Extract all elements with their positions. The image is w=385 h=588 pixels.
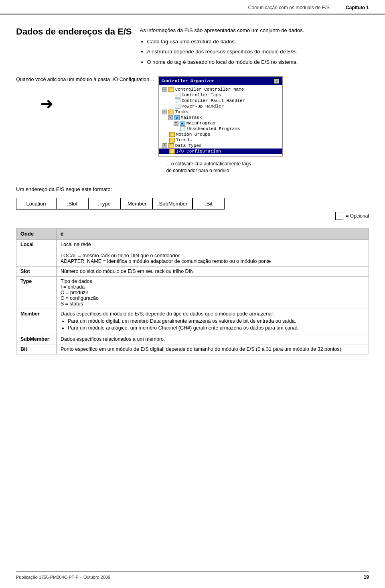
co-expand-icon: + [174,121,178,126]
co-window-title: Controller Organizer [162,79,215,83]
term-cell: Slot [16,266,57,276]
footer-page: 19 [364,574,369,580]
organizer-left-label: Quando você adiciona um módulo à pasta I… [16,76,158,112]
page-header: Comunicação com os módulos de E/S Capítu… [0,0,385,14]
table-row: SubMemberDados específicos relacionados … [16,334,369,344]
co-close-button[interactable]: ✕ [274,78,280,84]
main-content: Dados de endereços da E/S As informações… [0,14,385,370]
optional-label: = Opcional [346,213,369,219]
term-cell: Member [16,309,57,334]
table-col2: é [57,228,369,239]
controller-organizer-window: Controller Organizer ✕ – 📁 Controller Co… [158,76,283,157]
desc-line: I = entrada [61,284,365,290]
desc-cell: Local na redeLOCAL = mesmo rack ou trilh… [57,239,369,266]
addr-bit: .Bit [192,198,225,210]
desc-line: LOCAL = mesmo rack ou trilho DIN que o c… [61,253,365,258]
table-col1: Onde [16,228,57,239]
title-row: Dados de endereços da E/S As informações… [16,26,369,68]
list-item: Para um módulo digital, um membro Data g… [68,318,365,324]
desc-cell: Dados específicos relacionados a um memb… [57,334,369,344]
table-row: LocalLocal na redeLOCAL = mesmo rack ou … [16,239,369,266]
footer-publication: Publicação 1756-PM004C-PT-P – Outubro 20… [16,575,110,580]
optional-row: = Opcional [16,212,369,220]
term-cell: Type [16,276,57,309]
co-expand-icon: + [162,143,167,148]
intro-bullet-2: Cada tag usa uma estrutura de dados. [147,38,369,46]
desc-line: C = configuração [61,295,365,301]
doc-icon: 📄 [180,126,186,131]
task-icon: ⚙ [174,115,180,120]
table-row: SlotNúmero do slot do módulo de E/S em s… [16,266,369,276]
co-titlebar: Controller Organizer ✕ [159,77,282,85]
desc-cell: Tipo de dadosI = entradaO = produzirC = … [57,276,369,309]
co-item: 📄 Controller Fault Handler [159,98,282,104]
co-expand-icon: – [168,115,173,120]
intro-text: As informações da E/S são apresentadas c… [140,26,369,68]
desc-line: Dados específicos do módulo de E/S; depe… [61,311,365,317]
co-item: + ◼ MainProgram [159,120,282,126]
definition-table: Onde é LocalLocal na redeLOCAL = mesmo r… [16,228,369,354]
address-format-boxes: Location :Slot :Type .Member .SubMember … [16,198,369,210]
organizer-center: Controller Organizer ✕ – 📁 Controller Co… [158,76,369,174]
term-cell: SubMember [16,334,57,344]
addr-submember: .SubMember [152,198,192,210]
co-expand-icon: – [162,110,167,114]
term-cell: Local [16,239,57,266]
co-body: – 📁 Controller Controller_Name 📄 Control… [159,85,282,156]
co-item: + 📁 Data Types [159,143,282,149]
desc-line: O = produzir [61,290,365,295]
header-chapter: Capítulo 1 [346,5,369,10]
folder-icon: 📁 [169,138,175,142]
co-item: – 📁 Controller Controller_Name [159,87,282,92]
list-item: Para um módulo analógico, um membro Chan… [68,325,365,331]
intro-bullet-4: O nome do tag é baseado no local do módu… [147,58,369,66]
desc-cell: Número do slot do módulo de E/S em seu r… [57,266,369,276]
intro-sentence: As informações da E/S são apresentadas c… [140,27,304,33]
desc-line: S = status [61,301,365,307]
addr-slot: :Slot [56,198,88,210]
address-intro: Um endereço da E/S segue este formato: [16,186,369,192]
co-item-io-config: 📁 I/O Configuration [159,149,282,154]
address-section: Um endereço da E/S segue este formato: L… [16,186,369,220]
page-footer: Publicação 1756-PM004C-PT-P – Outubro 20… [16,572,369,580]
section-title: Dados de endereços da E/S [16,26,140,37]
table-row: MemberDados específicos do módulo de E/S… [16,309,369,334]
desc-line: ADAPTER_NAME = identifica o módulo adapt… [61,258,365,264]
folder-icon: 📁 [168,143,174,148]
optional-box [335,212,343,220]
term-cell: Bit [16,344,57,354]
addr-type: :Type [88,198,120,210]
co-item: 📄 Power-Up Handler [159,104,282,109]
desc-cell: Dados específicos do módulo de E/S; depe… [57,309,369,334]
table-row: TypeTipo de dadosI = entradaO = produzir… [16,276,369,309]
annotation-text: …o software cria automaticamente tags do… [166,161,255,174]
co-item: – ⚙ MainTask [159,115,282,120]
desc-cell: Ponto específico em um módulo de E/S dig… [57,344,369,354]
table-row: BitPonto específico em um módulo de E/S … [16,344,369,354]
addr-member: .Member [120,198,152,210]
doc-icon: 📄 [175,93,180,98]
co-item: 📁 Trends [159,137,282,143]
co-expand-icon: – [162,87,167,92]
folder-icon: 📁 [169,149,175,154]
co-item: – 📁 Tasks [159,109,282,115]
doc-icon: 📄 [175,104,180,109]
folder-icon: 📁 [169,132,175,137]
annotation-area: …o software cria automaticamente tags do… [166,161,255,174]
program-icon: ◼ [180,121,185,126]
intro-bullet-3: A estrutura depende dos recursos específ… [147,48,369,56]
folder-icon: 📁 [168,110,174,114]
doc-icon: 📄 [175,98,180,103]
folder-icon: 📁 [168,87,174,92]
organizer-section: Quando você adiciona um módulo à pasta I… [16,76,369,174]
addr-location: Location [16,198,56,210]
desc-list: Para um módulo digital, um membro Data g… [61,318,365,331]
co-item: 📄 Unscheduled Programs [159,126,282,132]
header-title: Comunicação com os módulos de E/S [248,5,330,10]
big-arrow-icon: ➜ [40,96,154,112]
co-item: 📄 Controller Tags [159,92,282,98]
co-item: 📁 Motion Groups [159,132,282,137]
